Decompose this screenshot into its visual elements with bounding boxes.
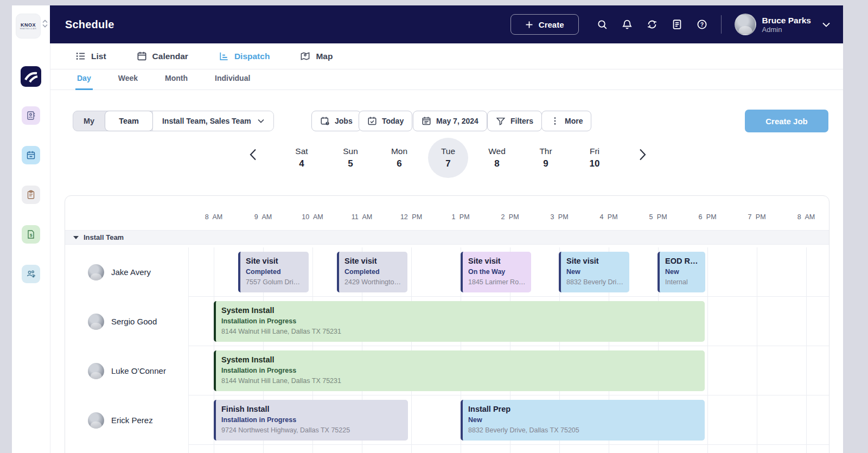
sidebar-item-tasks[interactable] xyxy=(22,186,40,204)
job-status: New xyxy=(665,267,700,277)
company-logo-text: KNOX xyxy=(21,22,36,28)
job-card[interactable]: System InstallInstallation in Progress81… xyxy=(214,350,705,391)
technician-cell[interactable]: Luke O’Conner xyxy=(88,346,166,395)
day-cell[interactable]: Wed8 xyxy=(473,135,521,181)
job-address: 8144 Walnut Hill Lane, Dallas TX 75231 xyxy=(221,376,699,386)
job-status: Completed xyxy=(246,267,303,277)
page-title: Schedule xyxy=(65,18,114,31)
jobs-calendar-badge-icon: ! xyxy=(320,116,330,126)
job-address: Internal xyxy=(665,277,700,288)
help-icon[interactable]: ? xyxy=(696,18,708,30)
day-name: Tue xyxy=(441,146,455,156)
day-cell[interactable]: Fri10 xyxy=(570,135,619,181)
today-button[interactable]: Today xyxy=(359,111,412,131)
hour-label: 11 AM xyxy=(337,213,386,221)
date-strip: Sat4Sun5Mon6Tue7Wed8Thr9Fri10 xyxy=(50,131,843,188)
day-cell[interactable]: Thr9 xyxy=(521,135,570,181)
calendar-icon xyxy=(137,51,147,61)
chevron-down-icon xyxy=(258,119,264,123)
sidebar-item-schedule[interactable] xyxy=(22,146,40,164)
day-number: 10 xyxy=(590,158,600,169)
job-card[interactable]: Site visitOn the Way1845 Larimer Ro… xyxy=(461,252,531,292)
sync-icon[interactable] xyxy=(646,18,658,30)
company-logo[interactable]: KNOX HEATING & AIR xyxy=(16,14,41,39)
sidebar-item-invoices[interactable]: $ xyxy=(22,225,40,244)
tab-list[interactable]: List xyxy=(75,51,106,61)
tab-map-label: Map xyxy=(316,52,333,61)
topbar-divider xyxy=(721,15,722,34)
team-filter-dropdown[interactable]: Install Team, Sales Team xyxy=(153,111,273,131)
scope-team-button[interactable]: Team xyxy=(105,111,153,131)
app-logo[interactable] xyxy=(21,66,41,87)
day-cell[interactable]: Sun5 xyxy=(326,135,375,181)
day-name: Thr xyxy=(539,146,552,156)
sidebar-item-team-settings[interactable] xyxy=(22,265,40,283)
chevron-left-icon xyxy=(250,149,257,161)
job-card[interactable]: Site visitCompleted7557 Golum Dri… xyxy=(238,252,309,292)
technician-name: Luke O’Conner xyxy=(111,366,166,375)
day-number: 5 xyxy=(348,158,353,169)
chevron-down-icon xyxy=(42,24,48,28)
technician-name: Sergio Good xyxy=(111,317,157,326)
prev-day-button[interactable] xyxy=(245,146,261,163)
hour-label: 1 PM xyxy=(436,213,485,221)
technician-row: Jake AverySite visitCompleted7557 Golum … xyxy=(65,247,829,297)
view-tab-month[interactable]: Month xyxy=(163,69,189,90)
technician-cell[interactable]: Jake Avery xyxy=(88,247,151,297)
nav-tabs: List Calendar Dispatch Map xyxy=(50,43,843,69)
user-menu[interactable]: Bruce Parks Admin xyxy=(735,14,830,35)
job-card[interactable]: System InstallInstallation in Progress81… xyxy=(214,301,705,342)
jobs-button[interactable]: ! Jobs xyxy=(311,111,361,131)
dispatch-gantt-icon xyxy=(219,51,229,61)
job-title: Install Prep xyxy=(468,404,699,415)
view-tab-day[interactable]: Day xyxy=(75,69,93,90)
day-cell[interactable]: Mon6 xyxy=(375,135,424,181)
job-address: 8832 Beverly Dri… xyxy=(566,277,624,288)
team-filter-value: Install Team, Sales Team xyxy=(162,117,251,125)
tab-dispatch[interactable]: Dispatch xyxy=(219,51,270,61)
tab-map[interactable]: Map xyxy=(300,51,333,61)
bell-icon[interactable] xyxy=(621,18,633,30)
view-tab-week[interactable]: Week xyxy=(117,69,139,90)
user-name: Bruce Parks xyxy=(762,15,811,25)
scope-my-button[interactable]: My xyxy=(73,111,105,131)
sidebar: KNOX HEATING & AIR $ xyxy=(12,5,50,453)
job-card[interactable]: Site visitCompleted2429 Worthingto… xyxy=(337,252,407,292)
job-card[interactable]: Install PrepNew8832 Beverly Drive, Dalla… xyxy=(461,400,705,441)
job-title: Site visit xyxy=(468,256,526,267)
create-button[interactable]: Create xyxy=(510,14,579,35)
calendar-date-icon xyxy=(422,116,431,126)
notes-icon[interactable] xyxy=(671,18,683,30)
job-card[interactable]: Site visitNew8832 Beverly Dri… xyxy=(559,252,629,292)
tab-calendar[interactable]: Calendar xyxy=(137,51,188,61)
chevron-right-icon xyxy=(639,149,646,161)
team-group-header[interactable]: Install Team xyxy=(65,230,829,245)
technician-cell[interactable]: Sergio Good xyxy=(88,297,157,346)
company-switcher[interactable] xyxy=(42,20,48,28)
search-icon[interactable] xyxy=(596,18,608,30)
chevron-down-icon xyxy=(822,22,830,27)
create-job-button[interactable]: Create Job xyxy=(745,110,828,132)
day-number: 4 xyxy=(299,158,304,169)
job-title: System Install xyxy=(221,305,699,316)
hour-label: 2 PM xyxy=(486,213,534,221)
day-name: Sun xyxy=(343,146,358,156)
view-tab-individual[interactable]: Individual xyxy=(213,69,252,90)
job-address: 7557 Golum Dri… xyxy=(246,277,303,288)
hour-label: 5 PM xyxy=(634,213,682,221)
job-card[interactable]: EOD R…NewInternal xyxy=(658,252,705,292)
date-picker-button[interactable]: May 7, 2024 xyxy=(413,111,487,131)
swoosh-icon xyxy=(24,69,38,84)
hour-label: 6 PM xyxy=(683,213,732,221)
sidebar-item-contacts[interactable] xyxy=(22,106,40,125)
job-title: Site visit xyxy=(566,256,624,267)
job-card[interactable]: Finish InstallInstallation in Progress97… xyxy=(214,400,408,441)
hour-label: 8 AM xyxy=(189,213,238,221)
more-button[interactable]: More xyxy=(541,111,591,131)
job-address: 1845 Larimer Ro… xyxy=(468,277,526,288)
filters-button[interactable]: Filters xyxy=(487,111,542,131)
next-day-button[interactable] xyxy=(634,146,650,163)
day-cell[interactable]: Sat4 xyxy=(277,135,326,181)
day-cell-selected[interactable]: Tue7 xyxy=(424,135,473,181)
technician-cell[interactable]: Erick Perez xyxy=(88,395,153,445)
